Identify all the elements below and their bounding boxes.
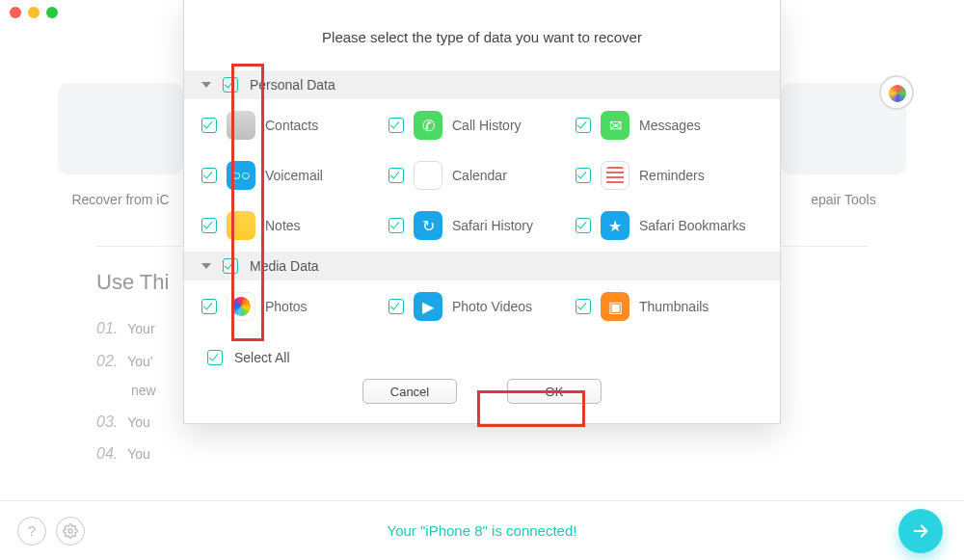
section-title: Media Data: [250, 258, 319, 274]
safh-icon: ↻: [414, 211, 442, 240]
vm-icon: ○○: [227, 161, 255, 190]
data-type-item[interactable]: ✉Messages: [576, 111, 763, 140]
item-checkbox[interactable]: [388, 218, 404, 233]
help-button[interactable]: ?: [17, 517, 46, 546]
data-type-item[interactable]: ○○Voicemail: [201, 161, 388, 190]
item-checkbox[interactable]: [201, 218, 217, 233]
section-checkbox[interactable]: [223, 258, 238, 274]
data-type-modal: Please select the type of data you want …: [183, 0, 781, 424]
disclosure-triangle-icon: [201, 82, 211, 88]
item-checkbox[interactable]: [576, 118, 591, 133]
item-label: Thumbnails: [639, 299, 709, 314]
settings-button[interactable]: [56, 517, 85, 546]
disclosure-triangle-icon: [201, 263, 211, 269]
section-title: Personal Data: [250, 77, 335, 93]
zoom-dot[interactable]: [46, 7, 58, 18]
data-type-item[interactable]: ★Safari Bookmarks: [576, 211, 763, 240]
thumb-icon: ▣: [601, 292, 629, 321]
item-label: Safari History: [452, 218, 533, 233]
item-label: Calendar: [452, 168, 507, 183]
item-checkbox[interactable]: [388, 118, 404, 133]
data-type-item[interactable]: Notes: [201, 211, 388, 240]
msg-icon: ✉: [601, 111, 629, 140]
data-type-item[interactable]: ▶Photo Videos: [388, 292, 576, 321]
item-label: Notes: [265, 218, 301, 233]
section-header[interactable]: Personal Data: [184, 70, 780, 99]
ok-button[interactable]: OK: [507, 379, 602, 404]
item-label: Voicemail: [265, 168, 323, 183]
rem-icon: [601, 161, 629, 190]
photos-icon: [227, 292, 255, 321]
mode-label: epair Tools: [811, 192, 875, 207]
item-label: Safari Bookmarks: [639, 218, 745, 233]
data-type-item[interactable]: ↻Safari History: [388, 211, 576, 240]
pvid-icon: ▶: [414, 292, 442, 321]
item-label: Reminders: [639, 168, 705, 183]
mode-repair-tools[interactable]: epair Tools: [781, 83, 906, 207]
data-type-item[interactable]: Reminders: [576, 161, 763, 190]
minimize-dot[interactable]: [28, 7, 40, 18]
section-checkbox[interactable]: [223, 77, 238, 93]
data-type-item[interactable]: ▣Thumbnails: [576, 292, 763, 321]
notes-icon: [227, 211, 255, 240]
item-checkbox[interactable]: [576, 168, 591, 183]
item-checkbox[interactable]: [576, 299, 591, 314]
cancel-button[interactable]: Cancel: [362, 379, 457, 404]
item-checkbox[interactable]: [201, 168, 217, 183]
mode-recover-icloud[interactable]: Recover from iC: [58, 83, 183, 207]
close-dot[interactable]: [10, 7, 21, 18]
connection-status: Your "iPhone 8" is connected!: [388, 522, 577, 539]
cal-icon: 3: [414, 161, 442, 190]
modal-title: Please select the type of data you want …: [184, 0, 780, 70]
call-icon: ✆: [414, 111, 442, 140]
proceed-button[interactable]: [898, 509, 943, 553]
data-type-item[interactable]: ✆Call History: [388, 111, 576, 140]
section-header[interactable]: Media Data: [184, 252, 780, 280]
data-type-item[interactable]: 3Calendar: [388, 161, 576, 190]
mode-label: Recover from iC: [71, 192, 169, 207]
wrench-icon: [879, 75, 914, 110]
select-all-label: Select All: [234, 350, 290, 365]
item-checkbox[interactable]: [576, 218, 591, 233]
data-type-item[interactable]: Contacts: [201, 111, 388, 140]
item-checkbox[interactable]: [201, 118, 217, 133]
item-label: Call History: [452, 118, 522, 133]
svg-point-0: [68, 529, 72, 533]
item-label: Messages: [639, 118, 701, 133]
item-checkbox[interactable]: [201, 299, 217, 314]
select-all-checkbox[interactable]: [207, 350, 223, 365]
contacts-icon: [227, 111, 255, 140]
item-label: Contacts: [265, 118, 318, 133]
item-checkbox[interactable]: [388, 168, 404, 183]
item-label: Photo Videos: [452, 299, 532, 314]
safb-icon: ★: [601, 211, 629, 240]
data-type-item[interactable]: Photos: [201, 292, 388, 321]
item-checkbox[interactable]: [388, 299, 404, 314]
footer-bar: ? Your "iPhone 8" is connected!: [0, 500, 964, 560]
item-label: Photos: [265, 299, 308, 314]
